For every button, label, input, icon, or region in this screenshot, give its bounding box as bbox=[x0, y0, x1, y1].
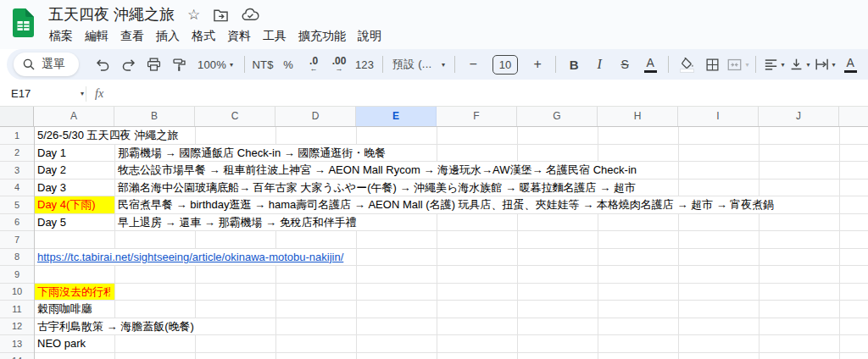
menu-item-file[interactable]: 檔案 bbox=[43, 26, 79, 47]
cell-A10[interactable]: 下雨沒去的行程 bbox=[35, 284, 110, 301]
menu-item-view[interactable]: 查看 bbox=[114, 26, 150, 47]
cell-A5[interactable]: Day 4(下雨) bbox=[35, 196, 98, 213]
menu-item-insert[interactable]: 插入 bbox=[150, 26, 186, 47]
menu-item-edit[interactable]: 編輯 bbox=[79, 26, 114, 47]
row-header-1[interactable]: 1 bbox=[0, 127, 34, 144]
toolbar-separator bbox=[668, 56, 669, 73]
cell-A13[interactable]: NEO park bbox=[35, 335, 88, 352]
row-header-11[interactable]: 11 bbox=[0, 301, 34, 318]
menu-item-extensions[interactable]: 擴充功能 bbox=[292, 26, 352, 47]
menu-item-format[interactable]: 格式 bbox=[186, 26, 221, 47]
column-header-B[interactable]: B bbox=[114, 107, 195, 126]
redo-button[interactable] bbox=[116, 52, 140, 76]
gridline bbox=[678, 127, 679, 359]
menu-bar: 檔案 編輯 查看 插入 格式 資料 工具 擴充功能 說明 bbox=[43, 26, 387, 47]
row-1: 15/26-5/30 五天四夜 沖繩之旅 bbox=[0, 127, 868, 145]
cell-B5[interactable]: 民宿煮早餐 → birthday逛逛 → hama壽司名護店 → AEON Ma… bbox=[115, 196, 776, 213]
undo-button[interactable] bbox=[91, 52, 114, 76]
fill-color-button[interactable] bbox=[675, 52, 698, 76]
column-header-C[interactable]: C bbox=[195, 107, 275, 126]
row-header-8[interactable]: 8 bbox=[0, 249, 34, 266]
bold-button[interactable]: B bbox=[562, 52, 586, 76]
strikethrough-button[interactable]: S bbox=[613, 52, 637, 76]
row-header-5[interactable]: 5 bbox=[0, 196, 34, 213]
select-all-corner[interactable] bbox=[0, 107, 34, 126]
row-header-10[interactable]: 10 bbox=[0, 284, 34, 301]
cell-A1[interactable]: 5/26-5/30 五天四夜 沖繩之旅 bbox=[35, 127, 181, 144]
star-icon[interactable]: ☆ bbox=[187, 8, 200, 22]
decrease-decimal-button[interactable]: .0← bbox=[302, 52, 326, 76]
font-size-input[interactable]: 10 bbox=[492, 55, 518, 75]
row-13: 13NEO park bbox=[0, 335, 868, 353]
formula-bar-separator bbox=[86, 86, 86, 102]
row-header-7[interactable]: 7 bbox=[0, 231, 34, 248]
menu-item-data[interactable]: 資料 bbox=[221, 26, 257, 47]
formula-input[interactable] bbox=[103, 81, 868, 106]
paint-format-button[interactable] bbox=[167, 52, 191, 76]
sheets-logo-icon[interactable] bbox=[13, 8, 34, 37]
cell-A12[interactable]: 古宇利島散策 → 海膽蓋飯(晚餐) bbox=[35, 318, 197, 335]
chevron-down-icon: ▾ bbox=[230, 61, 233, 69]
menu-item-help[interactable]: 說明 bbox=[352, 26, 387, 47]
decrease-font-size-button[interactable]: − bbox=[461, 52, 485, 76]
cell-A3[interactable]: Day 2 bbox=[35, 162, 69, 179]
row-header-6[interactable]: 6 bbox=[0, 214, 34, 231]
text-rotation-button[interactable]: A bbox=[838, 52, 862, 76]
menu-item-tools[interactable]: 工具 bbox=[257, 26, 292, 47]
borders-button[interactable] bbox=[700, 52, 724, 76]
row-header-9[interactable]: 9 bbox=[0, 266, 34, 283]
print-button[interactable] bbox=[142, 52, 165, 76]
percent-format-button[interactable]: % bbox=[276, 52, 300, 76]
toolbar-search[interactable]: 選單 bbox=[14, 52, 79, 76]
cell-B4[interactable]: 部瀨名海中公園玻璃底船→ 百年古家 大家うふやー(午餐) → 沖繩美ら海水族館 … bbox=[115, 180, 638, 196]
row-header-13[interactable]: 13 bbox=[0, 335, 34, 352]
zoom-control[interactable]: 100% ▾ bbox=[192, 52, 238, 76]
column-header-E[interactable]: E bbox=[356, 107, 437, 126]
cloud-saved-icon[interactable] bbox=[242, 8, 259, 21]
row-header-3[interactable]: 3 bbox=[0, 162, 34, 179]
row-header-14[interactable]: 14 bbox=[0, 353, 34, 359]
document-title[interactable]: 五天四夜 沖繩之旅 bbox=[48, 4, 175, 25]
row-12: 12古宇利島散策 → 海膽蓋飯(晚餐) bbox=[0, 318, 868, 336]
cell-B2[interactable]: 那霸機場 → 國際通飯店 Check-in → 國際通逛街・晚餐 bbox=[115, 145, 388, 162]
google-sheets-app: { "app": { "title": "五天四夜 沖繩之旅", "menus"… bbox=[0, 0, 868, 359]
column-header-J[interactable]: J bbox=[759, 107, 839, 126]
cell-A6[interactable]: Day 5 bbox=[35, 214, 69, 231]
toolbar-separator bbox=[555, 56, 556, 73]
row-header-2[interactable]: 2 bbox=[0, 145, 34, 162]
column-header-I[interactable]: I bbox=[678, 107, 759, 126]
chevron-down-icon: ▾ bbox=[81, 90, 84, 97]
cell-A11[interactable]: 穀雨咖啡廳 bbox=[35, 301, 95, 318]
column-header-A[interactable]: A bbox=[34, 107, 114, 126]
cell-A8[interactable]: https://tc.tabirai.net/sightseeing/artic… bbox=[35, 249, 346, 266]
font-family-select[interactable]: 預設 (... ▾ bbox=[389, 52, 448, 76]
currency-format-button[interactable]: NT$ bbox=[251, 52, 275, 76]
column-header-K[interactable] bbox=[839, 107, 868, 126]
cell-B6[interactable]: 早上退房 → 還車 → 那霸機場 → 免稅店和伴手禮 bbox=[115, 214, 359, 231]
row-8: 8https://tc.tabirai.net/sightseeing/arti… bbox=[0, 249, 868, 267]
cell-A2[interactable]: Day 1 bbox=[35, 145, 69, 162]
vertical-align-button[interactable]: ▾ bbox=[787, 52, 811, 76]
increase-decimal-button[interactable]: .00→ bbox=[327, 52, 351, 76]
cell-B3[interactable]: 牧志公設市場早餐 → 租車前往波上神宮 → AEON Mall Rycom → … bbox=[115, 162, 639, 179]
search-label: 選單 bbox=[42, 57, 65, 72]
row-10: 10下雨沒去的行程 bbox=[0, 284, 868, 301]
column-header-D[interactable]: D bbox=[275, 107, 356, 126]
cell-A4[interactable]: Day 3 bbox=[35, 180, 69, 196]
column-header-F[interactable]: F bbox=[437, 107, 517, 126]
horizontal-align-button[interactable]: ▾ bbox=[762, 52, 786, 76]
column-header-G[interactable]: G bbox=[517, 107, 598, 126]
text-color-button[interactable]: A bbox=[638, 52, 662, 76]
name-box[interactable]: E17 ▾ bbox=[0, 87, 84, 100]
more-number-formats-button[interactable]: 123 bbox=[353, 52, 376, 76]
text-rotation-underline bbox=[844, 70, 857, 73]
merge-cells-button: ▾ bbox=[726, 52, 749, 76]
italic-button[interactable]: I bbox=[587, 52, 611, 76]
row-header-12[interactable]: 12 bbox=[0, 318, 34, 335]
row-header-4[interactable]: 4 bbox=[0, 180, 34, 196]
increase-font-size-button[interactable]: + bbox=[526, 52, 549, 76]
text-wrapping-button[interactable]: ▾ bbox=[813, 52, 837, 76]
row-2: 2Day 1那霸機場 → 國際通飯店 Check-in → 國際通逛街・晚餐 bbox=[0, 145, 868, 163]
move-folder-icon[interactable] bbox=[213, 8, 229, 22]
column-header-H[interactable]: H bbox=[598, 107, 678, 126]
